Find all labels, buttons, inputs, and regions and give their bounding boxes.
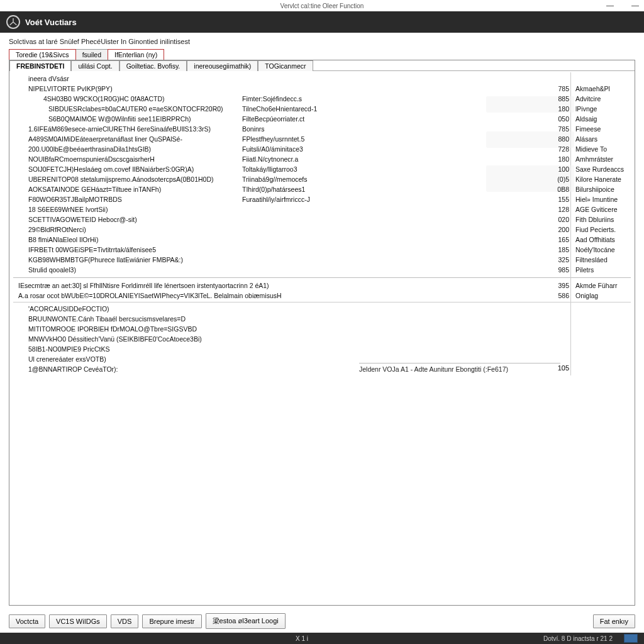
tree-row[interactable]: MITITOMROOE IPORBIEH fDrMOALO@Tbre=SIGSV… xyxy=(13,324,631,334)
row-value: 728 xyxy=(552,145,569,153)
row-label: 4SH03B0 W9CKO(1R0G)HC 0fA8ACTD) xyxy=(43,95,165,103)
row-label: SIBDUESRclabes=b0aCAUTER0 e=aeSKONTOCFR2… xyxy=(48,105,223,113)
annotation-value: 105 xyxy=(552,364,569,372)
row-label: KGB98WHBMBTGF(Phurece llatEwiánier FMBPA… xyxy=(28,256,183,264)
tree-row[interactable]: IFRBETt 00WGEiSPE=Tivtitrrtak/álfenisee5… xyxy=(13,245,631,255)
row-label: 200.U00lbE@beéaerthrasinaDila1htsGIB) xyxy=(28,145,151,153)
row-category: AGE Gviticere xyxy=(575,206,618,213)
outer-tab-2[interactable]: IfEnterlian (ny) xyxy=(108,49,164,60)
status-right: Dotví. 8 D inactsta r 21 2 xyxy=(543,635,613,642)
row-value: (0)5 xyxy=(552,175,569,183)
inner-tab-1[interactable]: ulilási Copt. xyxy=(71,60,119,71)
inner-tab-4[interactable]: TOGicanmecr xyxy=(258,60,313,71)
row-col2: Furaatihl/iy/airfmriccc-J xyxy=(242,196,310,203)
row-col2: Fiiatl.N/cytnonecr.a xyxy=(242,155,298,163)
btn-fat-enky[interactable]: Fat enkıy xyxy=(593,614,635,628)
inner-tab-2[interactable]: Goiltetiac. Bvofisy. xyxy=(119,60,187,71)
row-col2: Fimter:Sojéfindecc.s xyxy=(242,95,302,103)
row-value: 155 xyxy=(552,196,569,203)
row-label: Ul crenereáater exsVOTB) xyxy=(28,355,106,363)
row-value: 785 xyxy=(552,125,569,133)
row-category: Saxe Rurdeaccs xyxy=(575,165,624,173)
row-category: Akmaeh&Pl xyxy=(575,85,610,92)
row-value: 185 xyxy=(552,246,569,253)
row-label: 18 S6EE69WrNEE IvortSii) xyxy=(28,206,108,213)
row-label: IFRBETt 00WGEiSPE=Tivtitrrtak/álfenisee5 xyxy=(28,246,156,253)
row-category: Fimeese xyxy=(575,125,601,133)
row-category: Aldsaig xyxy=(575,115,597,123)
row-category: Amhmrátster xyxy=(575,155,613,163)
row-label: AOKSATAINODE GEHáazt=Tiltuee inTANFh) xyxy=(28,186,161,193)
row-value: 0B8 xyxy=(552,186,569,193)
row-category: Bilurshiipoice xyxy=(575,186,614,193)
row-category: Advitcire xyxy=(575,95,601,103)
row-label: S6B0QMAIMÖE W@0Wilnfiiti see11EIBRPRCh) xyxy=(48,115,191,123)
tree-row[interactable]: A.a rosar ocot bWUbE©=10DROLANIEYISaetWI… xyxy=(13,291,631,301)
btn-vc1s[interactable]: VC1S WiIDGs xyxy=(49,614,107,628)
row-category: lPivnge xyxy=(575,105,597,113)
taskbar-dock-icon[interactable] xyxy=(624,634,638,643)
inner-tab-3[interactable]: inereousegiimathik) xyxy=(187,60,258,71)
status-left: X 1 i xyxy=(296,635,308,642)
row-label: MNWVkHO0 Déssitiech'Vanü (SEIKBIBFE0'Coc… xyxy=(28,335,202,343)
tree-row[interactable]: 58IB1-NO0MPIE9 PricCtKS xyxy=(13,344,631,354)
tree-row[interactable]: KGB98WHBMBTGF(Phurece llatEwiánier FMBPA… xyxy=(13,255,631,265)
row-category: Kilore Hanerate xyxy=(575,175,621,183)
row-label: SOlJ0FETCJH)Heslaáeg om.covef IlBNaiárbe… xyxy=(28,165,194,173)
outer-tab-1[interactable]: fsuiled xyxy=(75,49,108,60)
row-label: Strulid qooalel3) xyxy=(28,266,76,274)
row-value: 586 xyxy=(552,292,569,299)
row-value: 128 xyxy=(552,206,569,213)
row-value: 165 xyxy=(552,236,569,243)
tree-scroll[interactable]: ineera dVsásrNIPELVITORTE PvIKP(9PY)785A… xyxy=(9,71,635,377)
tree-row[interactable]: NOUlBfaRCmoernspunieráDscscgaisrherHFiia… xyxy=(13,154,631,164)
row-value: 325 xyxy=(552,256,569,264)
btn-vds[interactable]: VDS xyxy=(111,614,139,628)
row-category: Aad Offhitiats xyxy=(575,236,615,243)
row-category: Fiud Pecierts. xyxy=(575,226,616,233)
row-value: 395 xyxy=(552,282,569,289)
row-col2: TilneCho6eHnientarecd-1 xyxy=(242,105,317,113)
tree-row[interactable]: NIPELVITORTE PvIKP(9PY)785Akmaeh&Pl xyxy=(13,84,631,94)
inner-tab-0[interactable]: FREBINSTDETI xyxy=(9,60,71,71)
row-label: SCETTIVAGOWETEID Hebocr@-sit) xyxy=(28,216,137,223)
tree-row[interactable]: MNWVkHO0 Déssitiech'Vanü (SEIKBIBFE0'Coc… xyxy=(13,334,631,344)
row-col2: Fuitsli/A0/áminitace3 xyxy=(242,145,303,153)
row-label: NIPELVITORTE PvIKP(9PY) xyxy=(28,85,113,92)
tree-row[interactable]: Strulid qooalel3)985Piletrs xyxy=(13,265,631,275)
btn-reset-log[interactable]: 梁estoa øl3eart Loogi xyxy=(206,613,286,629)
window-controls: — — xyxy=(606,1,639,10)
tree-row[interactable]: 29©BldRfROtNerci)200Fiud Pecierts. xyxy=(13,225,631,235)
page-subheader: Solctivas at laré Snülef PhecéUister In … xyxy=(0,33,644,48)
close-icon[interactable]: — xyxy=(631,1,639,10)
row-value: 200 xyxy=(552,226,569,233)
row-col2: FPlestfhey/usrnntet.5 xyxy=(242,135,304,143)
row-category: Piletrs xyxy=(575,266,594,274)
column-separator xyxy=(570,72,571,375)
tree-row[interactable]: 'ACORCAUSIDDeFOCTIO) xyxy=(13,304,631,314)
row-col2: Toltakáy/lligtarroo3 xyxy=(242,165,297,173)
row-label: A489SM0AIMiDEáteaerpretanáflast liner Qu… xyxy=(28,135,182,143)
btn-voctcta[interactable]: Voctcta xyxy=(9,614,45,628)
row-value: 885 xyxy=(552,95,569,103)
tree-row[interactable]: IEsecmtræ an aet:30] sl FfhllNtisre Forl… xyxy=(13,280,631,291)
row-label: NOUlBfaRCmoernspunieráDscscgaisrherH xyxy=(28,155,155,163)
row-value: 180 xyxy=(552,155,569,163)
row-label: B8 flmiANlaEleol IlOrHi) xyxy=(28,236,98,243)
row-col2: Triinabá9g//memocefs xyxy=(242,175,308,183)
tree-row[interactable]: ineera dVsásr xyxy=(13,74,631,84)
outer-tab-0[interactable]: Toredie (19&Sivcs xyxy=(9,49,76,60)
row-category: Filtnesláed xyxy=(575,256,608,264)
tree-row[interactable]: F80WO6R35TJBailpMOTRBDSFuraatihl/iy/airf… xyxy=(13,194,631,204)
tree-row[interactable]: BRUUNWONTE.Cánh Tibaaél bercsucismsvelar… xyxy=(13,314,631,324)
btn-brepure[interactable]: Brepure imestr xyxy=(142,614,201,628)
row-label: 1.6IFEáM869esece-arnieClUREThH 6ereSinaá… xyxy=(28,125,211,133)
minimize-icon[interactable]: — xyxy=(606,1,614,10)
row-category: Alásars xyxy=(575,135,597,143)
tree-row[interactable]: 18 S6EE69WrNEE IvortSii)128AGE Gviticere xyxy=(13,204,631,214)
row-value: 985 xyxy=(552,266,569,274)
tree-row[interactable]: SCETTIVAGOWETEID Hebocr@-sit)020Fith Dbl… xyxy=(13,214,631,225)
tree-row[interactable]: S6B0QMAIMÖE W@0Wilnfiiti see11EIBRPRCh)F… xyxy=(13,114,631,124)
row-col2: TIhird(0)p/határsees1 xyxy=(242,186,305,193)
tree-row[interactable]: B8 flmiANlaEleol IlOrHi)165Aad Offhitiat… xyxy=(13,235,631,245)
